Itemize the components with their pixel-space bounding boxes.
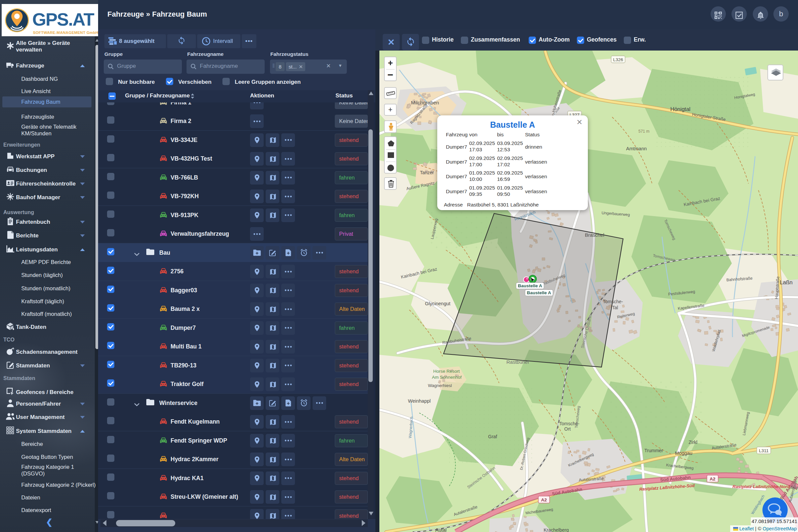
svg-text:Autal: Autal bbox=[435, 527, 446, 532]
svg-text:Tanzer: Tanzer bbox=[420, 170, 434, 175]
svg-text:Graf: Graf bbox=[488, 434, 497, 439]
svg-text:Laßn: Laßn bbox=[780, 279, 793, 286]
svg-text:Rastbühel: Rastbühel bbox=[507, 359, 529, 365]
svg-text:Hönigtal: Hönigtal bbox=[670, 106, 690, 112]
svg-text:L326: L326 bbox=[613, 57, 623, 62]
svg-text:Weinhappl: Weinhappl bbox=[408, 398, 431, 404]
svg-text:Glycinengut: Glycinengut bbox=[425, 301, 451, 306]
svg-text:GPS.AT: GPS.AT bbox=[32, 9, 94, 29]
svg-text:Baustelle A: Baustelle A bbox=[527, 290, 551, 295]
svg-text:Moggau: Moggau bbox=[675, 451, 692, 456]
svg-text:Baye: Baye bbox=[791, 485, 798, 490]
svg-text:A2: A2 bbox=[541, 497, 547, 502]
svg-text:Rastplatz Laßnitzhöhe-Nord: Rastplatz Laßnitzhöhe-Nord bbox=[733, 484, 790, 489]
svg-text:Amtmann: Amtmann bbox=[626, 146, 647, 151]
svg-text:Baustelle A: Baustelle A bbox=[518, 283, 542, 288]
svg-text:L311: L311 bbox=[759, 448, 768, 453]
svg-text:Horse Resort: Horse Resort bbox=[433, 369, 460, 374]
svg-text:Tal: Tal bbox=[612, 305, 618, 310]
svg-text:Tomsche-: Tomsche- bbox=[603, 299, 623, 304]
svg-text:Krachelberg: Krachelberg bbox=[544, 527, 569, 532]
svg-text:Zirkl: Zirkl bbox=[689, 440, 697, 445]
svg-text:Braschel: Braschel bbox=[585, 232, 604, 238]
svg-text:Ort: Ort bbox=[564, 426, 571, 432]
svg-text:Am Sonnenhof: Am Sonnenhof bbox=[432, 375, 462, 380]
svg-text:A2: A2 bbox=[709, 476, 715, 481]
svg-text:571 m: 571 m bbox=[639, 129, 649, 134]
svg-text:Wagnerhiesl: Wagnerhiesl bbox=[428, 383, 452, 388]
svg-text:Trummer: Trummer bbox=[644, 448, 663, 453]
svg-text:SOFTWARE-MANAGEMENT GmbH: SOFTWARE-MANAGEMENT GmbH bbox=[33, 30, 98, 35]
